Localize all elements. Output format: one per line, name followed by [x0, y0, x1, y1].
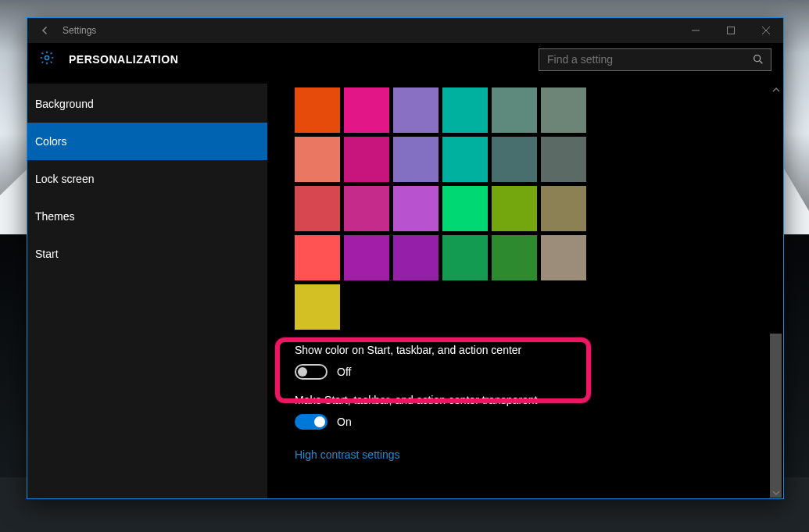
back-button[interactable]	[27, 18, 63, 43]
close-icon	[762, 27, 770, 34]
sidebar-item-label: Colors	[35, 135, 66, 148]
color-swatch[interactable]	[344, 87, 389, 133]
sidebar-item-label: Start	[35, 248, 59, 260]
color-swatch[interactable]	[541, 186, 586, 231]
sidebar-item-label: Background	[35, 98, 94, 110]
minimize-icon	[692, 27, 700, 34]
toggle-state-label: Off	[337, 366, 351, 378]
svg-point-2	[754, 55, 761, 62]
color-swatch[interactable]	[442, 186, 488, 231]
color-swatch[interactable]	[295, 235, 340, 280]
color-swatch[interactable]	[541, 87, 586, 133]
content-pane: Show color on Start, taskbar, and action…	[267, 84, 783, 498]
search-input[interactable]	[546, 52, 752, 66]
color-swatch[interactable]	[393, 87, 439, 133]
sidebar: Background Colors Lock screen Themes Sta…	[27, 84, 267, 498]
titlebar: Settings	[27, 18, 783, 43]
toggle-show-color[interactable]	[295, 364, 328, 380]
maximize-icon	[727, 27, 735, 34]
color-swatch[interactable]	[295, 284, 340, 330]
color-swatch[interactable]	[344, 137, 389, 182]
toggle-transparent[interactable]	[295, 414, 328, 430]
sidebar-item-colors[interactable]: Colors	[27, 123, 267, 160]
maximize-button[interactable]	[713, 18, 748, 43]
color-swatch[interactable]	[541, 137, 586, 182]
color-swatch[interactable]	[492, 137, 537, 182]
color-swatch[interactable]	[492, 186, 537, 231]
settings-window: Settings PERSONALIZATION Background Colo…	[27, 17, 784, 499]
color-swatch[interactable]	[492, 235, 537, 280]
window-title: Settings	[63, 25, 96, 36]
toggle-state-label: On	[337, 416, 352, 428]
search-box[interactable]	[539, 48, 771, 71]
section-title: PERSONALIZATION	[69, 53, 178, 66]
color-swatch[interactable]	[442, 87, 488, 133]
color-swatch[interactable]	[295, 186, 340, 231]
color-swatch[interactable]	[393, 235, 439, 280]
sidebar-item-background[interactable]: Background	[27, 85, 267, 123]
sidebar-item-label: Lock screen	[35, 173, 94, 185]
color-swatch[interactable]	[393, 137, 439, 182]
color-swatch[interactable]	[442, 235, 488, 280]
color-swatch[interactable]	[295, 87, 340, 133]
search-icon	[752, 53, 764, 66]
color-swatch[interactable]	[492, 87, 537, 133]
gear-icon	[39, 50, 55, 69]
svg-point-1	[45, 56, 49, 60]
sidebar-item-themes[interactable]: Themes	[27, 198, 267, 235]
sidebar-item-label: Themes	[35, 210, 75, 223]
color-swatch[interactable]	[344, 235, 389, 280]
color-swatch[interactable]	[295, 137, 340, 182]
color-swatch-grid	[295, 87, 596, 330]
svg-rect-0	[727, 27, 734, 34]
minimize-button[interactable]	[678, 18, 713, 43]
arrow-left-icon	[38, 23, 52, 37]
sidebar-item-start[interactable]: Start	[27, 235, 267, 273]
option-label: Show color on Start, taskbar, and action…	[295, 344, 736, 356]
option-label: Make Start, taskbar, and action center t…	[295, 394, 736, 406]
header: PERSONALIZATION	[27, 43, 783, 84]
color-swatch[interactable]	[344, 186, 389, 231]
color-swatch[interactable]	[442, 137, 488, 182]
option-show-color: Show color on Start, taskbar, and action…	[295, 344, 736, 380]
high-contrast-link[interactable]: High contrast settings	[295, 448, 736, 461]
color-swatch[interactable]	[393, 186, 439, 231]
color-swatch[interactable]	[541, 235, 586, 280]
close-button[interactable]	[748, 18, 783, 43]
sidebar-item-lock-screen[interactable]: Lock screen	[27, 160, 267, 198]
option-transparent: Make Start, taskbar, and action center t…	[295, 394, 736, 430]
